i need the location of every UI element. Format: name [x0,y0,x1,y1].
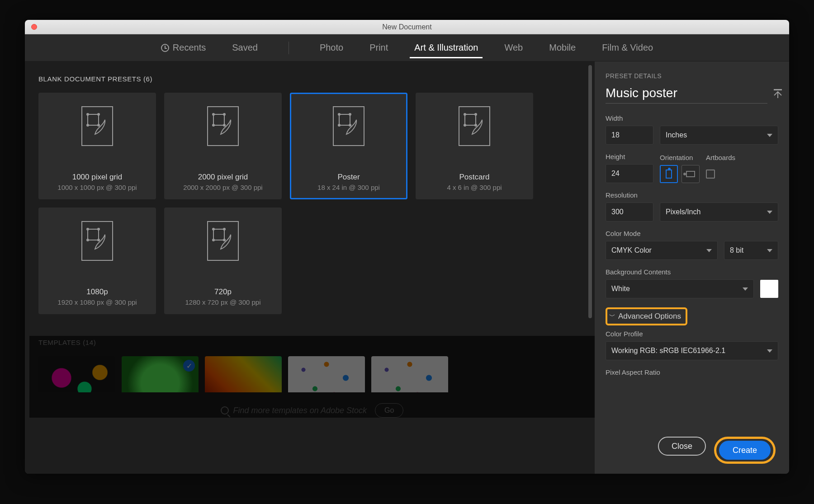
template-thumb[interactable]: ✓ [122,356,199,392]
template-thumb[interactable] [371,356,448,392]
svg-rect-1 [88,114,99,125]
units-select[interactable]: Inches [660,126,778,145]
preset-title: 720p [214,287,232,297]
svg-point-35 [223,239,226,241]
window-controls [31,24,37,30]
svg-point-16 [338,124,341,127]
svg-rect-7 [213,114,224,125]
preset-subtitle: 4 x 6 in @ 300 ppi [447,184,502,191]
preset-subtitle: 18 x 24 in @ 300 ppi [317,184,380,191]
preset-title: Poster [337,173,360,182]
preset-subtitle: 1920 x 1080 px @ 300 ppi [57,298,137,306]
svg-point-11 [223,124,226,127]
svg-point-20 [464,113,466,116]
resolution-units-select[interactable]: Pixels/Inch [660,203,778,221]
create-button[interactable]: Create [719,441,771,460]
svg-point-14 [338,113,341,116]
document-name-input[interactable] [606,86,767,104]
search-input[interactable]: Find more templates on Adobe Stock [221,406,367,415]
svg-rect-24 [82,221,113,260]
background-color-swatch[interactable] [760,280,778,298]
advanced-options-toggle[interactable]: ﹀ Advanced Options [606,307,687,325]
orientation-landscape-button[interactable] [681,165,700,183]
svg-rect-13 [339,114,350,125]
resolution-label: Resolution [606,191,778,199]
tab-photo-label: Photo [320,42,343,53]
tab-print-label: Print [369,42,388,53]
preset-title: 1000 pixel grid [72,173,123,182]
color-profile-select[interactable]: Working RGB: sRGB IEC61966-2.1 [606,341,778,360]
svg-rect-36 [774,89,782,90]
create-highlight-ring: Create [714,437,776,464]
preset-card[interactable]: Postcard 4 x 6 in @ 300 ppi [416,93,533,199]
svg-rect-19 [465,114,476,125]
preset-title: Postcard [459,173,489,182]
presets-count: (6) [143,75,152,83]
tab-web-label: Web [504,42,523,53]
svg-rect-25 [88,229,99,240]
svg-point-2 [86,113,89,116]
svg-point-9 [223,113,226,116]
preset-details-header: PRESET DETAILS [606,72,778,80]
pixel-aspect-ratio-label: Pixel Aspect Ratio [606,368,778,376]
svg-rect-6 [208,107,238,146]
tab-web[interactable]: Web [500,37,527,58]
orientation-label: Orientation [660,154,700,161]
preset-card[interactable]: 720p 1280 x 720 px @ 300 ppi [164,207,282,314]
svg-point-32 [212,228,215,231]
search-icon [221,406,229,415]
tab-photo[interactable]: Photo [315,37,348,58]
svg-point-4 [86,124,89,127]
artboards-label: Artboards [706,154,735,161]
preset-subtitle: 1000 x 1000 px @ 300 ppi [57,184,137,191]
units-value: Inches [666,131,687,139]
presets-section-text: BLANK DOCUMENT PRESETS [38,75,141,83]
width-input[interactable] [606,126,653,145]
orientation-portrait-button[interactable] [660,165,678,183]
svg-point-23 [474,124,477,127]
template-thumb[interactable] [288,356,365,392]
templates-section-text: TEMPLATES [38,339,80,346]
artboards-checkbox[interactable] [706,170,715,179]
go-button[interactable]: Go [375,403,403,418]
background-select[interactable]: White [606,279,754,298]
tab-saved[interactable]: Saved [227,37,262,58]
document-icon [459,106,490,148]
document-icon [333,106,364,148]
category-tabs: Recents Saved Photo Print Art & Illustra… [25,34,789,61]
preset-subtitle: 1280 x 720 px @ 300 ppi [185,298,260,306]
preset-card[interactable]: 1000 pixel grid 1000 x 1000 px @ 300 ppi [38,93,156,199]
preset-card[interactable]: Poster 18 x 24 in @ 300 ppi [290,93,407,199]
width-label: Width [606,114,778,122]
scrollbar-thumb[interactable] [588,65,592,318]
new-document-dialog: New Document Recents Saved Photo Print A… [25,20,789,474]
close-button[interactable]: Close [658,437,706,456]
tab-film-video[interactable]: Film & Video [597,37,658,58]
tab-mobile[interactable]: Mobile [544,37,580,58]
resolution-input[interactable] [606,203,653,221]
preset-card[interactable]: 1080p 1920 x 1080 px @ 300 ppi [38,207,156,314]
close-window-icon[interactable] [31,24,37,30]
background-value: White [611,285,630,293]
bitdepth-select[interactable]: 8 bit [724,241,778,260]
svg-rect-18 [459,107,490,146]
tab-art-illustration[interactable]: Art & Illustration [410,37,483,58]
preset-card[interactable]: 2000 pixel grid 2000 x 2000 px @ 300 ppi [164,93,282,199]
chevron-down-icon: ﹀ [609,312,615,320]
tab-recents[interactable]: Recents [156,37,210,58]
tab-recents-label: Recents [173,42,206,53]
presets-scrollbar[interactable] [588,61,592,474]
height-input[interactable] [606,164,653,183]
save-preset-icon[interactable] [773,89,783,100]
preset-title: 1080p [86,287,108,297]
tab-mobile-label: Mobile [549,42,576,53]
advanced-options-label: Advanced Options [618,312,681,321]
templates-section-label: TEMPLATES (14) [38,339,586,346]
template-thumb[interactable] [38,356,115,392]
bitdepth-value: 8 bit [730,246,743,254]
tab-saved-label: Saved [232,42,258,53]
template-thumb[interactable] [205,356,282,392]
search-placeholder: Find more templates on Adobe Stock [233,406,367,415]
colormode-select[interactable]: CMYK Color [606,241,718,260]
tab-print[interactable]: Print [365,37,393,58]
